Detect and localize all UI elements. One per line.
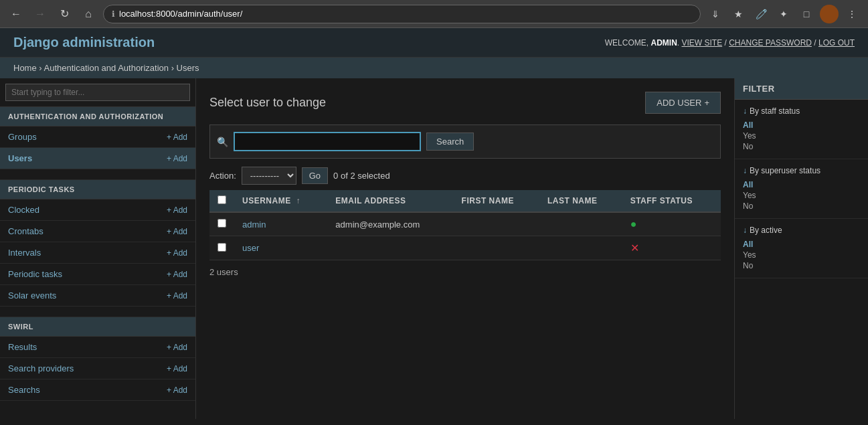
- profile-avatar[interactable]: [820, 5, 839, 23]
- sidebar-item-clocked[interactable]: Clocked + Add: [0, 199, 195, 221]
- lock-icon: ℹ: [112, 9, 115, 19]
- go-button[interactable]: Go: [302, 167, 328, 184]
- table-header-lastname[interactable]: LAST NAME: [539, 190, 622, 212]
- sidebar-filter: [0, 78, 195, 107]
- checkbox-user[interactable]: [218, 243, 226, 252]
- sidebar-section-periodic: PERIODIC TASKS: [0, 180, 195, 199]
- breadcrumb-section[interactable]: Authentication and Authorization: [44, 63, 169, 73]
- sidebar-add-users[interactable]: + Add: [167, 154, 187, 163]
- link-admin[interactable]: admin: [242, 220, 266, 230]
- breadcrumb-home[interactable]: Home: [13, 63, 37, 73]
- breadcrumb-page: Users: [177, 63, 199, 73]
- sidebar-label-solar-events: Solar events: [8, 290, 56, 301]
- arrow-icon: ↓: [743, 226, 747, 235]
- sidebar: AUTHENTICATION AND AUTHORIZATION Groups …: [0, 78, 196, 419]
- download-button[interactable]: ⇓: [706, 5, 725, 23]
- search-button[interactable]: Search: [426, 133, 474, 151]
- welcome-text: WELCOME, ADMIN.: [605, 38, 682, 48]
- sidebar-add-periodic-tasks[interactable]: + Add: [167, 270, 187, 279]
- sidebar-add-groups[interactable]: + Add: [167, 133, 187, 142]
- sidebar-section-swirl: SWIRL: [0, 317, 195, 337]
- sidebar-item-solar-events[interactable]: Solar events + Add: [0, 285, 195, 307]
- filter-active-no[interactable]: No: [743, 260, 860, 271]
- cell-email-admin: admin@example.com: [327, 212, 453, 236]
- filter-staff-yes[interactable]: Yes: [743, 131, 860, 141]
- selected-count: 0 of 2 selected: [333, 171, 390, 181]
- link-user[interactable]: user: [242, 243, 259, 253]
- sidebar-add-clocked[interactable]: + Add: [167, 205, 187, 215]
- sidebar-item-groups[interactable]: Groups + Add: [0, 126, 195, 148]
- change-password-link[interactable]: CHANGE PASSWORD: [729, 38, 812, 48]
- refresh-button[interactable]: ↻: [55, 5, 74, 23]
- table-header-row: USERNAME ↑ EMAIL ADDRESS FIRST NAME LAST…: [209, 190, 721, 212]
- main-content: Select user to change ADD USER + 🔍 Searc…: [196, 78, 734, 419]
- sidebar-add-intervals[interactable]: + Add: [167, 248, 187, 258]
- sidebar-label-intervals: Intervals: [8, 248, 41, 258]
- filter-staff-all[interactable]: All: [743, 120, 860, 131]
- logout-link[interactable]: LOG OUT: [818, 38, 855, 48]
- sidebar-item-users[interactable]: Users + Add: [0, 148, 195, 169]
- table-header-firstname[interactable]: FIRST NAME: [454, 190, 539, 212]
- django-header: Django administration WELCOME, ADMIN. VI…: [0, 28, 868, 58]
- puzzle-button[interactable]: ✦: [774, 5, 793, 23]
- sidebar-item-crontabs[interactable]: Crontabs + Add: [0, 221, 195, 242]
- menu-button[interactable]: ⋮: [843, 5, 861, 23]
- table-row: admin admin@example.com ●: [209, 212, 721, 236]
- filter-superuser-no[interactable]: No: [743, 201, 860, 211]
- table-header-username[interactable]: USERNAME ↑: [234, 190, 327, 212]
- browser-chrome: ← → ↻ ⌂ ℹ localhost:8000/admin/auth/user…: [0, 0, 868, 28]
- filter-active-all[interactable]: All: [743, 239, 860, 250]
- table-header-email[interactable]: EMAIL ADDRESS: [327, 190, 453, 212]
- content-header: Select user to change ADD USER +: [209, 92, 721, 114]
- sidebar-section-auth: AUTHENTICATION AND AUTHORIZATION: [0, 107, 195, 126]
- sidebar-add-search-providers[interactable]: + Add: [167, 364, 187, 373]
- checkbox-admin[interactable]: [218, 219, 226, 228]
- staff-status-icon-admin: ●: [630, 218, 637, 230]
- sidebar-item-periodic-tasks[interactable]: Periodic tasks + Add: [0, 264, 195, 285]
- cell-firstname-user: [454, 236, 539, 260]
- filter-header: FILTER: [735, 78, 868, 100]
- sidebar-add-searchs[interactable]: + Add: [167, 386, 187, 395]
- staff-status-icon-user: ✕: [630, 242, 639, 254]
- sidebar-add-crontabs[interactable]: + Add: [167, 227, 187, 236]
- sidebar-item-search-providers[interactable]: Search providers + Add: [0, 358, 195, 379]
- action-select[interactable]: ----------: [242, 167, 296, 185]
- back-button[interactable]: ←: [7, 5, 25, 23]
- django-title: Django administration: [13, 35, 155, 50]
- cell-firstname-admin: [454, 212, 539, 236]
- filter-active-yes[interactable]: Yes: [743, 250, 860, 260]
- view-site-link[interactable]: VIEW SITE: [681, 38, 722, 48]
- filter-title-staff: ↓By staff status: [743, 106, 860, 116]
- sidebar-divider-2: [0, 307, 195, 317]
- sidebar-label-users: Users: [8, 153, 32, 163]
- sidebar-add-results[interactable]: + Add: [167, 343, 187, 352]
- sidebar-label-searchs: Searchs: [8, 385, 40, 395]
- filter-staff-no[interactable]: No: [743, 141, 860, 152]
- bookmark-button[interactable]: ★: [729, 5, 748, 23]
- sidebar-label-periodic-tasks: Periodic tasks: [8, 269, 62, 279]
- sidebar-item-results[interactable]: Results + Add: [0, 337, 195, 358]
- sidebar-add-solar-events[interactable]: + Add: [167, 291, 187, 301]
- username: ADMIN: [650, 38, 677, 48]
- sidebar-label-search-providers: Search providers: [8, 363, 74, 373]
- select-all-checkbox[interactable]: [218, 195, 226, 204]
- sidebar-item-intervals[interactable]: Intervals + Add: [0, 242, 195, 264]
- sidebar-item-searchs[interactable]: Searchs + Add: [0, 379, 195, 401]
- table-body: admin admin@example.com ● user: [209, 212, 721, 260]
- add-user-label: ADD USER: [657, 98, 701, 108]
- sidebar-label-groups: Groups: [8, 132, 37, 142]
- filter-superuser-all[interactable]: All: [743, 179, 860, 190]
- filter-superuser-yes[interactable]: Yes: [743, 190, 860, 201]
- home-button[interactable]: ⌂: [79, 5, 98, 23]
- sidebar-filter-input[interactable]: [5, 84, 190, 101]
- add-user-button[interactable]: ADD USER +: [645, 92, 721, 114]
- cell-username-admin: admin: [234, 212, 327, 236]
- extensions-button[interactable]: 🧷: [752, 5, 770, 23]
- window-button[interactable]: □: [797, 5, 816, 23]
- address-bar[interactable]: ℹ localhost:8000/admin/auth/user/: [103, 5, 701, 23]
- table-header-staff[interactable]: STAFF STATUS: [622, 190, 721, 212]
- forward-button[interactable]: →: [31, 5, 50, 23]
- search-input[interactable]: [234, 132, 421, 151]
- sidebar-label-crontabs: Crontabs: [8, 226, 44, 236]
- browser-actions: ⇓ ★ 🧷 ✦ □ ⋮: [706, 5, 861, 23]
